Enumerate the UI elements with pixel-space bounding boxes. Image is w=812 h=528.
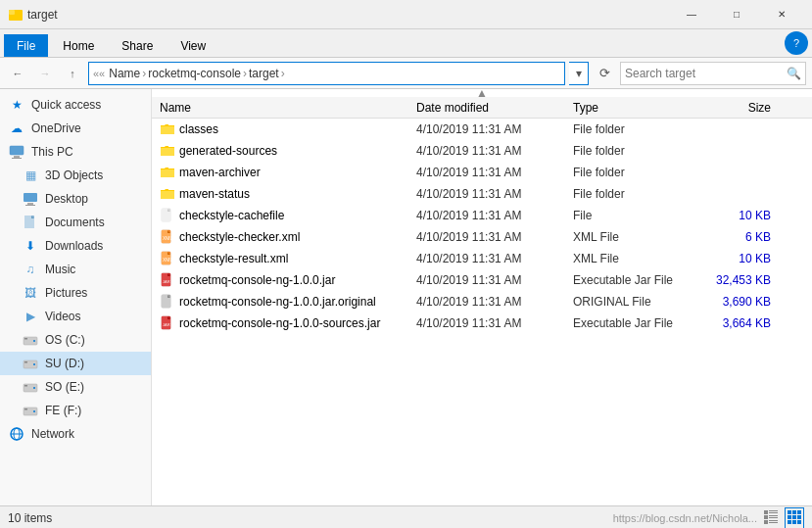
sidebar: ★ Quick access ☁ OneDrive This PC ▦ 3D O… (0, 89, 152, 505)
file-type: File folder (573, 144, 700, 158)
svg-text:XML: XML (163, 257, 173, 263)
file-type: Executable Jar File (573, 273, 700, 287)
svg-rect-53 (769, 510, 778, 511)
sidebar-item-so-e[interactable]: SO (E:) (0, 375, 151, 399)
sidebar-label-fe-f: FE (F:) (45, 404, 81, 417)
file-type: File folder (573, 166, 700, 179)
svg-rect-27 (161, 148, 174, 156)
title-bar: target — □ ✕ (0, 0, 812, 29)
main-area: ★ Quick access ☁ OneDrive This PC ▦ 3D O… (0, 89, 812, 505)
sidebar-item-desktop[interactable]: Desktop (0, 187, 151, 211)
up-button[interactable]: ↑ (61, 62, 84, 85)
col-header-date[interactable]: Date modified (416, 101, 573, 115)
sidebar-item-downloads[interactable]: ⬇ Downloads (0, 234, 151, 258)
breadcrumb-part-2[interactable]: rocketmq-console (148, 67, 241, 80)
watermark: https://blog.csdn.net/Nichola... (613, 512, 757, 524)
item-count: 10 items (8, 511, 52, 525)
file-size: 6 KB (700, 230, 779, 244)
file-date: 4/10/2019 11:31 AM (416, 230, 573, 244)
sidebar-item-os-c[interactable]: OS (C:) (0, 328, 151, 352)
sidebar-item-3d-objects[interactable]: ▦ 3D Objects (0, 164, 151, 187)
col-header-type[interactable]: Type (573, 101, 700, 115)
status-bar: 10 items https://blog.csdn.net/Nichola..… (0, 505, 812, 528)
file-name: rocketmq-console-ng-1.0.0-sources.jar (179, 316, 380, 330)
file-type: ORIGINAL File (573, 295, 700, 309)
sidebar-item-videos[interactable]: ▶ Videos (0, 305, 151, 328)
svg-rect-68 (792, 520, 796, 524)
file-date: 4/10/2019 11:31 AM (416, 122, 573, 136)
sidebar-item-network[interactable]: Network (0, 422, 151, 446)
file-type: XML File (573, 230, 700, 244)
svg-rect-66 (797, 515, 801, 519)
refresh-button[interactable]: ⟳ (593, 62, 616, 85)
col-header-name[interactable]: Name (152, 101, 416, 115)
tab-share[interactable]: Share (109, 34, 166, 57)
sidebar-label-su-d: SU (D:) (45, 357, 84, 370)
view-tiles-button[interactable] (785, 507, 804, 529)
sidebar-label-3d-objects: 3D Objects (45, 168, 103, 182)
file-size: 10 KB (700, 252, 779, 265)
sidebar-label-pictures: Pictures (45, 286, 87, 300)
sidebar-label-network: Network (31, 427, 74, 441)
svg-text:JAR: JAR (163, 322, 170, 327)
sidebar-item-onedrive[interactable]: ☁ OneDrive (0, 117, 151, 140)
address-dropdown[interactable]: ▾ (569, 62, 589, 85)
sidebar-item-fe-f[interactable]: FE (F:) (0, 399, 151, 422)
breadcrumb-part-3[interactable]: target (249, 67, 279, 80)
table-row[interactable]: JAR rocketmq-console-ng-1.0.0.jar 4/10/2… (152, 269, 812, 291)
search-box[interactable]: 🔍 (620, 62, 806, 85)
sidebar-item-this-pc[interactable]: This PC (0, 140, 151, 164)
sidebar-item-music[interactable]: ♫ Music (0, 258, 151, 281)
file-date: 4/10/2019 11:31 AM (416, 187, 573, 201)
svg-point-16 (33, 363, 35, 365)
sidebar-label-os-c: OS (C:) (45, 333, 85, 347)
back-button[interactable]: ← (6, 62, 29, 85)
forward-button[interactable]: → (33, 62, 57, 85)
tab-file[interactable]: File (4, 34, 48, 57)
sort-indicator[interactable]: ▲ (152, 89, 812, 97)
table-row[interactable]: maven-archiver 4/10/2019 11:31 AM File f… (152, 162, 812, 183)
drive-e-icon (22, 378, 39, 396)
table-row[interactable]: XML checkstyle-checker.xml 4/10/2019 11:… (152, 226, 812, 248)
file-icon (160, 165, 175, 180)
file-icon: JAR (160, 272, 175, 288)
sidebar-label-downloads: Downloads (45, 239, 103, 253)
svg-rect-21 (24, 408, 27, 410)
file-icon (160, 208, 175, 223)
sidebar-item-documents[interactable]: Documents (0, 211, 151, 234)
file-name: maven-archiver (179, 166, 261, 179)
sidebar-item-su-d[interactable]: SU (D:) (0, 352, 151, 375)
tab-view[interactable]: View (167, 34, 218, 57)
col-header-size[interactable]: Size (700, 101, 779, 115)
breadcrumb-part-1[interactable]: Name (109, 67, 140, 80)
file-list-area: ▲ Name Date modified Type Size classes 4… (152, 89, 812, 505)
downloads-icon: ⬇ (22, 237, 39, 255)
svg-rect-61 (788, 510, 791, 514)
maximize-button[interactable]: □ (714, 0, 759, 29)
tab-home[interactable]: Home (50, 34, 107, 57)
view-details-button[interactable] (761, 507, 781, 529)
table-row[interactable]: maven-status 4/10/2019 11:31 AM File fol… (152, 183, 812, 205)
sidebar-item-quick-access[interactable]: ★ Quick access (0, 93, 151, 117)
svg-rect-60 (769, 522, 778, 523)
close-button[interactable]: ✕ (759, 0, 804, 29)
table-row[interactable]: classes 4/10/2019 11:31 AM File folder (152, 119, 812, 140)
sidebar-label-desktop: Desktop (45, 192, 88, 206)
ribbon-tabs: File Home Share View ? (0, 29, 812, 57)
file-name: checkstyle-result.xml (179, 252, 288, 265)
table-row[interactable]: checkstyle-cachefile 4/10/2019 11:31 AM … (152, 205, 812, 226)
file-name: classes (179, 122, 218, 136)
file-list-header: Name Date modified Type Size (152, 97, 812, 119)
search-input[interactable] (625, 67, 787, 80)
svg-rect-52 (764, 510, 768, 514)
minimize-button[interactable]: — (669, 0, 714, 29)
address-box[interactable]: «« Name › rocketmq-console › target › (88, 62, 565, 85)
table-row[interactable]: XML checkstyle-result.xml 4/10/2019 11:3… (152, 248, 812, 269)
sidebar-label-music: Music (45, 263, 75, 276)
table-row[interactable]: generated-sources 4/10/2019 11:31 AM Fil… (152, 140, 812, 162)
svg-rect-56 (769, 515, 778, 516)
table-row[interactable]: JAR rocketmq-console-ng-1.0.0-sources.ja… (152, 312, 812, 334)
table-row[interactable]: rocketmq-console-ng-1.0.0.jar.original 4… (152, 291, 812, 312)
help-button[interactable]: ? (785, 31, 808, 55)
sidebar-item-pictures[interactable]: 🖼 Pictures (0, 281, 151, 305)
